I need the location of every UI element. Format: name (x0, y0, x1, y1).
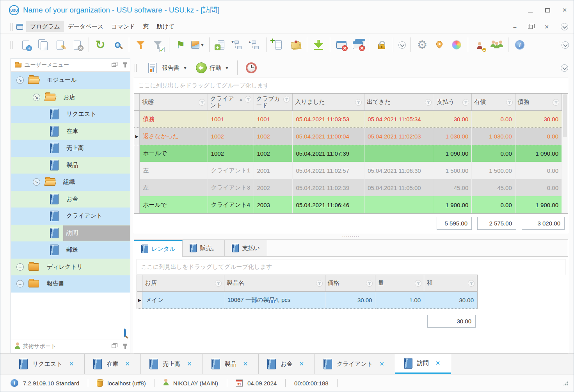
window-tab-お金[interactable]: お金✕ (259, 354, 315, 374)
chevron-down-icon[interactable] (561, 23, 568, 30)
window-tab-在庫[interactable]: 在庫✕ (85, 354, 141, 374)
new-document-button[interactable]: + (17, 36, 34, 53)
tree-node-売上高[interactable]: 売上高 (11, 140, 130, 157)
filter-icon[interactable] (199, 99, 205, 106)
tree-node-訪問[interactable]: 訪問 (11, 225, 130, 242)
column-header-有償[interactable]: 有償 (472, 94, 515, 110)
window-tab-売上高[interactable]: 売上高✕ (141, 354, 203, 374)
settings-button[interactable]: ⚙ (414, 36, 431, 53)
tree-node-お店[interactable]: ↘お店 (11, 89, 130, 106)
menu-item-1[interactable]: プログラム (26, 21, 64, 32)
table-row[interactable]: ▶メイン10067 一部の製品4, pcs30.001.0030.00 (137, 291, 477, 309)
close-tab-icon[interactable]: ✕ (67, 360, 76, 368)
mdi-restore-button[interactable] (528, 25, 533, 29)
user-groups-button[interactable] (488, 36, 505, 53)
tree-node-モジュール[interactable]: ↘モジュール (11, 72, 130, 89)
colors-button[interactable] (448, 36, 465, 53)
search-button[interactable] (109, 36, 126, 53)
window-tab-訪問[interactable]: 訪問✕ (395, 354, 451, 374)
table-row[interactable]: 左クライアント1200105.04.2021 11:02:5705.04.202… (134, 162, 562, 179)
collapse-node-icon[interactable]: ↘ (33, 94, 40, 101)
close-tab-icon[interactable]: ✕ (241, 360, 250, 368)
delete-document-button[interactable]: ✕ (69, 36, 86, 53)
info-button[interactable]: i (511, 36, 528, 53)
column-header-クライアント[interactable]: クライアント▲ (208, 94, 254, 110)
filter-icon[interactable] (366, 280, 373, 287)
filter-button[interactable] (132, 36, 149, 53)
tree-node-郵送[interactable]: 郵送 (11, 241, 130, 259)
user-permissions-button[interactable] (471, 36, 488, 53)
filter-apply-button[interactable]: ✓ (149, 36, 166, 53)
column-header-債務[interactable]: 債務 (515, 94, 562, 110)
close-tab-icon[interactable]: ✕ (377, 360, 386, 368)
overflow-chevron-button[interactable] (396, 36, 408, 53)
column-header-量[interactable]: 量 (375, 275, 424, 291)
menu-item-2[interactable]: データベース (64, 21, 107, 32)
chevron-down-icon[interactable] (561, 64, 568, 72)
tree-node-クライアント[interactable]: クライアント (11, 208, 130, 225)
report-button[interactable]: 報告書▼ (143, 60, 190, 76)
lock-button[interactable] (373, 36, 390, 53)
detail-tab-販売。[interactable]: 販売。 (183, 240, 225, 257)
filter-icon[interactable] (355, 99, 362, 106)
action-button[interactable]: 行動▼ (193, 61, 232, 75)
table-row[interactable]: 債務1001100105.04.2021 11:03:5305.04.2021 … (134, 110, 562, 128)
add-record-button[interactable]: + (270, 36, 287, 53)
maximize-button[interactable] (544, 7, 551, 14)
tree-node-在庫[interactable]: 在庫 (11, 123, 130, 140)
detail-tab-レンタル[interactable]: レンタル (134, 240, 183, 257)
drag-handle[interactable] (11, 41, 12, 49)
edit-document-button[interactable]: ✎ (52, 36, 69, 53)
geolocation-button[interactable] (431, 36, 448, 53)
drag-handle[interactable] (11, 23, 12, 31)
import-button[interactable] (310, 36, 327, 53)
filter-icon[interactable] (316, 280, 323, 287)
window-tab-製品[interactable]: 製品✕ (203, 354, 259, 374)
expand-items-button[interactable]: + (212, 36, 229, 53)
mdi-minimize-button[interactable]: – (513, 24, 516, 30)
filter-icon[interactable] (425, 99, 432, 106)
splitter-handle[interactable]: ········· (134, 233, 568, 239)
close-tab-icon[interactable]: ✕ (297, 360, 306, 368)
tree-node-お金[interactable]: お金 (11, 191, 130, 208)
drag-handle[interactable] (135, 64, 137, 72)
filter-icon[interactable] (553, 99, 559, 106)
mdi-close-button[interactable]: ✕ (544, 24, 549, 30)
tree-node-リクエスト[interactable]: リクエスト (11, 106, 130, 123)
filter-icon[interactable] (245, 96, 251, 103)
tree-node-製品[interactable]: 製品 (11, 157, 130, 174)
tree-node-組織[interactable]: ↘組織 (11, 174, 130, 191)
pin-icon[interactable] (124, 64, 126, 67)
column-header-お店[interactable]: お店 (142, 275, 224, 291)
filter-icon[interactable] (215, 280, 222, 287)
expand-node-icon[interactable]: → (16, 263, 24, 271)
float-panel-icon[interactable] (112, 344, 116, 348)
copy-document-button[interactable] (34, 36, 52, 53)
menu-item-4[interactable]: 窓 (139, 21, 153, 32)
resize-grip[interactable] (563, 380, 568, 386)
flag-button[interactable]: ⚑ (172, 36, 189, 53)
close-all-windows-button[interactable]: ✕ (350, 36, 367, 53)
scrollbar-thumb[interactable] (563, 94, 567, 137)
close-window-button[interactable]: ✕ (333, 36, 350, 53)
group-by-panel[interactable]: ここに列見出しをドラッグしてグループ化します (134, 78, 568, 93)
chevron-down-icon[interactable] (562, 41, 569, 49)
close-button[interactable]: ✕ (561, 7, 568, 14)
table-row[interactable]: 左クライアント3200205.04.2021 11:02:3905.04.202… (134, 179, 562, 196)
timer-button[interactable] (243, 61, 260, 75)
filter-icon[interactable] (462, 99, 469, 106)
vertical-scrollbar[interactable] (562, 94, 568, 213)
column-header-クラブカード[interactable]: クラブカード (254, 94, 293, 110)
close-tab-icon[interactable]: ✕ (123, 360, 132, 368)
filter-icon[interactable] (506, 99, 513, 106)
group-by-panel[interactable]: ここに列見出しをドラッグしてグループ化します (137, 259, 565, 275)
refresh-button[interactable]: ↻ (92, 36, 109, 53)
table-row[interactable]: ホールで1002100205.04.2021 11:07:391 090.000… (134, 145, 562, 162)
window-tab-クライアント[interactable]: クライアント✕ (315, 354, 395, 374)
column-header-和[interactable]: 和 (424, 275, 477, 291)
sidebar-search-icon[interactable] (124, 330, 126, 337)
filter-icon[interactable] (468, 280, 474, 287)
column-header-支払う[interactable]: 支払う (434, 94, 472, 110)
close-tab-icon[interactable]: ✕ (185, 360, 194, 368)
tree-collapse-button[interactable]: ▾ (229, 36, 247, 53)
